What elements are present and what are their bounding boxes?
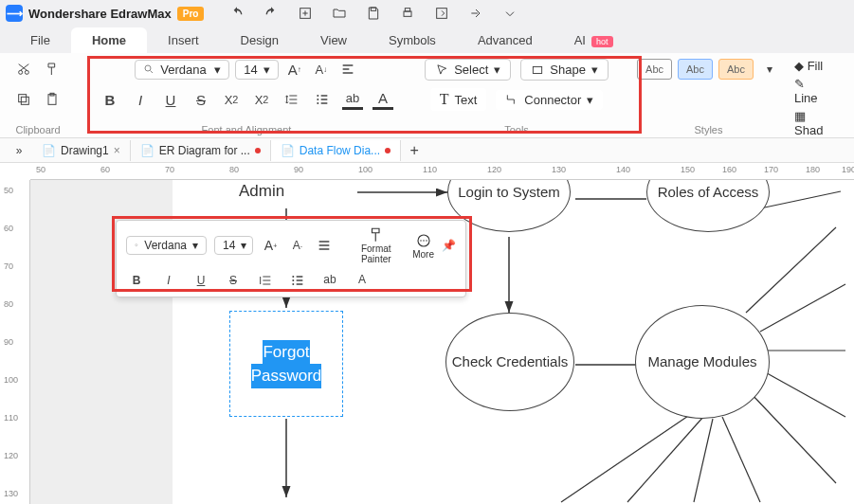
style-preset-3[interactable]: Abc bbox=[718, 59, 754, 80]
node-check[interactable]: Check Credentials bbox=[445, 313, 574, 411]
cut-icon[interactable] bbox=[13, 59, 34, 80]
float-more-button[interactable]: More bbox=[412, 232, 434, 260]
connector-tool-button[interactable]: Connector ▾ bbox=[496, 90, 603, 110]
bold-icon[interactable]: B bbox=[100, 89, 120, 110]
style-preset-2[interactable]: Abc bbox=[678, 59, 713, 80]
align-icon[interactable] bbox=[337, 59, 358, 80]
node-forgot-selected[interactable]: Forgot Password bbox=[229, 311, 343, 417]
print-icon[interactable] bbox=[397, 3, 418, 24]
italic-icon[interactable]: I bbox=[130, 89, 151, 110]
float-italic-icon[interactable]: I bbox=[158, 270, 179, 291]
cursor-icon bbox=[435, 63, 448, 77]
menu-view[interactable]: View bbox=[300, 27, 368, 53]
node-roles[interactable]: Roles of Access bbox=[646, 180, 770, 232]
svg-rect-7 bbox=[19, 95, 27, 102]
line-button[interactable]: ✎ Line bbox=[794, 77, 827, 105]
close-icon[interactable]: × bbox=[114, 144, 120, 157]
select-tool-button[interactable]: Select ▾ bbox=[425, 59, 511, 81]
shape-tool-button[interactable]: Shape ▾ bbox=[520, 59, 609, 81]
select-label: Select bbox=[454, 63, 488, 77]
svg-line-27 bbox=[760, 369, 845, 417]
line-spacing-icon[interactable] bbox=[282, 89, 302, 110]
float-fontcolor-icon[interactable]: A bbox=[352, 270, 372, 291]
paste-icon[interactable] bbox=[42, 89, 63, 110]
float-font-value: Verdana bbox=[144, 239, 187, 252]
float-size-select[interactable]: 14▾ bbox=[214, 236, 253, 255]
float-highlight-icon[interactable]: ab bbox=[319, 270, 340, 291]
bullet-list-icon[interactable] bbox=[312, 89, 333, 110]
font-name-value: Verdana bbox=[160, 63, 206, 77]
float-decrease-font-icon[interactable]: A- bbox=[288, 235, 307, 256]
doc-tab-1-label: Drawing1 bbox=[61, 144, 109, 157]
text-tool-button[interactable]: T Text bbox=[430, 88, 487, 111]
node-check-label: Check Credentials bbox=[452, 352, 569, 371]
doc-tab-2[interactable]: 📄 ER Diagram for ... bbox=[131, 140, 271, 161]
save-icon[interactable] bbox=[363, 3, 384, 24]
svg-line-29 bbox=[760, 284, 845, 332]
fill-button[interactable]: ◆ Fill bbox=[794, 59, 827, 73]
svg-rect-1 bbox=[372, 8, 376, 10]
menu-advanced[interactable]: Advanced bbox=[457, 27, 554, 53]
new-icon[interactable] bbox=[295, 3, 316, 24]
export-icon[interactable] bbox=[431, 3, 452, 24]
float-format-painter-button[interactable]: Format Painter bbox=[347, 226, 405, 264]
more-icon[interactable] bbox=[500, 3, 520, 24]
strikethrough-icon[interactable]: S bbox=[191, 89, 211, 110]
doc-icon: 📄 bbox=[281, 144, 295, 157]
styles-more-icon[interactable]: ▾ bbox=[759, 59, 780, 80]
canvas[interactable]: Admin Login to System Roles of Access Ch… bbox=[30, 180, 854, 504]
font-size-value: 14 bbox=[244, 63, 257, 77]
svg-rect-15 bbox=[534, 66, 542, 73]
tabs-overflow-icon[interactable]: » bbox=[6, 140, 32, 161]
doc-tab-1[interactable]: 📄 Drawing1 × bbox=[32, 140, 131, 161]
menu-insert[interactable]: Insert bbox=[147, 27, 220, 53]
svg-point-12 bbox=[317, 95, 318, 97]
document-tabs: » 📄 Drawing1 × 📄 ER Diagram for ... 📄 Da… bbox=[0, 138, 854, 163]
pin-icon[interactable]: 📌 bbox=[442, 239, 456, 252]
underline-icon[interactable]: U bbox=[160, 89, 181, 110]
copy-icon[interactable] bbox=[13, 89, 34, 110]
float-spacing-icon[interactable] bbox=[255, 270, 276, 291]
font-family-select[interactable]: Verdana ▾ bbox=[135, 60, 229, 80]
shape-label: Shape bbox=[550, 63, 586, 77]
line-label: Line bbox=[794, 91, 818, 105]
subscript-icon[interactable]: X2 bbox=[251, 89, 272, 110]
shadow-button[interactable]: ▦ Shad bbox=[794, 109, 827, 137]
node-admin[interactable]: Admin bbox=[239, 182, 284, 201]
connector-icon bbox=[505, 93, 518, 106]
decrease-font-icon[interactable]: A↓ bbox=[311, 59, 332, 80]
menu-home[interactable]: Home bbox=[71, 27, 147, 53]
svg-point-35 bbox=[423, 240, 425, 242]
float-strike-icon[interactable]: S bbox=[223, 270, 244, 291]
increase-font-icon[interactable]: A↑ bbox=[284, 59, 305, 80]
floating-toolbar: Verdana▾ 14▾ A+ A- Format Painter More 📌… bbox=[116, 220, 466, 297]
open-icon[interactable] bbox=[329, 3, 350, 24]
ruler-horizontal: 5060708090100110120130140150160170180190 bbox=[30, 163, 854, 180]
float-increase-font-icon[interactable]: A+ bbox=[261, 235, 280, 256]
svg-point-5 bbox=[19, 70, 23, 74]
menu-design[interactable]: Design bbox=[220, 27, 300, 53]
style-preset-1[interactable]: Abc bbox=[637, 59, 672, 80]
font-size-select[interactable]: 14 ▾ bbox=[235, 60, 278, 80]
superscript-icon[interactable]: X2 bbox=[221, 89, 242, 110]
menu-file[interactable]: File bbox=[9, 27, 71, 53]
menu-symbols[interactable]: Symbols bbox=[368, 27, 457, 53]
redo-icon[interactable] bbox=[261, 3, 282, 24]
node-forgot-label-1: Forgot bbox=[263, 340, 309, 365]
float-underline-icon[interactable]: U bbox=[191, 270, 211, 291]
highlight-icon[interactable]: ab bbox=[342, 89, 363, 110]
format-painter-icon[interactable] bbox=[42, 59, 63, 80]
node-manage[interactable]: Manage Modules bbox=[635, 305, 770, 419]
font-color-icon[interactable]: A bbox=[372, 89, 393, 110]
float-align-icon[interactable] bbox=[315, 235, 334, 256]
float-bullets-icon[interactable] bbox=[287, 270, 308, 291]
shadow-label: Shad bbox=[794, 123, 823, 137]
doc-tab-3[interactable]: 📄 Data Flow Dia... bbox=[271, 140, 401, 161]
undo-icon[interactable] bbox=[227, 3, 247, 24]
svg-point-34 bbox=[420, 240, 422, 242]
float-bold-icon[interactable]: B bbox=[126, 270, 147, 291]
share-icon[interactable] bbox=[465, 3, 486, 24]
float-format-painter-label: Format Painter bbox=[347, 243, 405, 264]
float-font-select[interactable]: Verdana▾ bbox=[126, 236, 207, 255]
add-tab-button[interactable]: + bbox=[401, 140, 427, 161]
